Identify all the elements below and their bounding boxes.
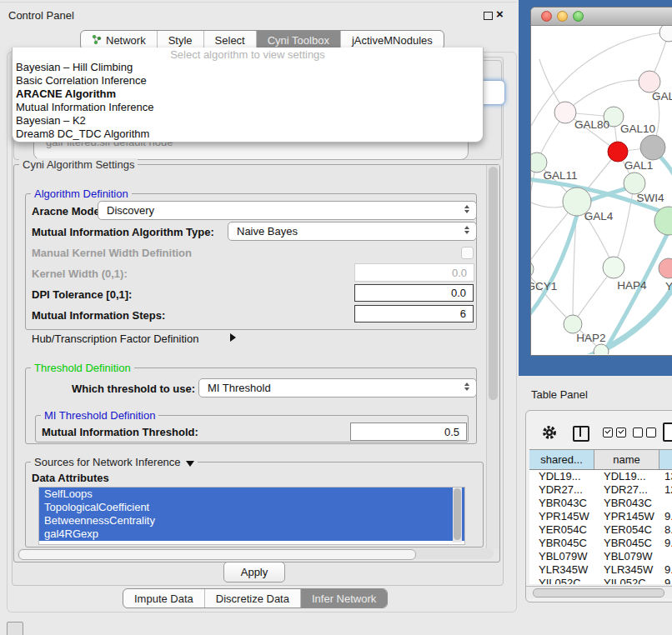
network-node-hap2[interactable] bbox=[564, 315, 582, 333]
table-cell: YIL052C bbox=[594, 577, 659, 584]
table-row[interactable]: YER054CYER054C8. bbox=[529, 523, 672, 537]
network-window: GAL7GAL80GAL10GAL1GAL11SWI4GAL4GCY1HAP4Y… bbox=[530, 7, 672, 356]
tab-discretize-data[interactable]: Discretize Data bbox=[204, 589, 300, 608]
table-cell: YLR345W bbox=[594, 563, 659, 577]
tab-label: Impute Data bbox=[134, 592, 193, 605]
mi-algorithm-type-value: Naive Bayes bbox=[237, 225, 298, 238]
node-label-y: Y bbox=[665, 280, 672, 292]
table-cell: 9. bbox=[659, 537, 672, 550]
show-checked-columns-icon[interactable] bbox=[603, 428, 626, 438]
algorithm-option-bayesian-k2[interactable]: Bayesian – K2 bbox=[13, 114, 483, 128]
kernel-width-value: 0.0 bbox=[452, 267, 467, 279]
collapse-arrow-icon[interactable] bbox=[186, 461, 194, 467]
tab-impute-data[interactable]: Impute Data bbox=[123, 589, 204, 608]
table-row[interactable]: YIL052CYIL052C9 bbox=[529, 577, 672, 584]
settings-vertical-scrollbar[interactable] bbox=[486, 165, 499, 549]
dock-panel-icon[interactable] bbox=[7, 622, 23, 635]
mi-steps-input[interactable]: 6 bbox=[354, 305, 474, 322]
algorithm-dropdown-popup: Select algorithm to view settings Bayesi… bbox=[12, 48, 484, 142]
table-cell: 12 bbox=[659, 483, 672, 497]
gear-icon[interactable] bbox=[541, 424, 558, 443]
network-canvas[interactable]: GAL7GAL80GAL10GAL1GAL11SWI4GAL4GCY1HAP4Y… bbox=[531, 26, 672, 354]
mi-threshold-label: Mutual Information Threshold: bbox=[42, 426, 198, 438]
data-attributes-label: Data Attributes bbox=[32, 472, 109, 484]
new-table-icon[interactable] bbox=[663, 422, 672, 442]
table-cell: YER054C bbox=[594, 523, 659, 537]
manual-kernel-width-checkbox[interactable] bbox=[461, 247, 474, 259]
settings-horizontal-scrollbar[interactable] bbox=[17, 548, 494, 559]
tab-network[interactable]: Network bbox=[81, 31, 157, 49]
node-label-gal10: GAL10 bbox=[620, 122, 655, 135]
tab-style[interactable]: Style bbox=[157, 31, 203, 49]
network-node-y[interactable] bbox=[659, 258, 672, 278]
mi-steps-label: Mutual Information Steps: bbox=[32, 309, 165, 322]
attribute-item-gal4rgexp[interactable]: gal4RGexp bbox=[39, 528, 464, 541]
table-row[interactable]: YBL079WYBL079W bbox=[529, 550, 672, 563]
algorithm-option-mutual-information-inference[interactable]: Mutual Information Inference bbox=[13, 101, 483, 114]
close-window-button[interactable] bbox=[541, 11, 552, 22]
table-row[interactable]: YBR045CYBR045C9. bbox=[529, 537, 672, 550]
zoom-window-button[interactable] bbox=[573, 11, 584, 22]
attribute-item-topologicalcoefficient[interactable]: TopologicalCoefficient bbox=[39, 501, 464, 514]
which-threshold-label: Which threshold to use: bbox=[72, 382, 195, 395]
table-row[interactable]: YLR345WYLR345W9. bbox=[529, 563, 672, 577]
attributes-scrollbar-thumb[interactable] bbox=[454, 488, 461, 540]
tab-label: jActiveMNodules bbox=[352, 34, 433, 47]
hide-columns-icon[interactable] bbox=[633, 428, 656, 438]
column-header-a[interactable]: A bbox=[659, 450, 672, 469]
attribute-item-selfloops[interactable]: SelfLoops bbox=[39, 488, 464, 501]
horizontal-scrollbar-thumb[interactable] bbox=[18, 549, 416, 560]
attribute-item-betweennesscentrality[interactable]: BetweennessCentrality bbox=[39, 514, 464, 528]
column-header-name[interactable]: name bbox=[594, 450, 659, 469]
tab-jactivemnodules[interactable]: jActiveMNodules bbox=[340, 31, 444, 49]
split-columns-icon[interactable] bbox=[573, 426, 589, 442]
table-row[interactable]: YDR27...YDR27...12 bbox=[529, 483, 672, 497]
tab-label: Discretize Data bbox=[216, 592, 289, 605]
table-row[interactable]: YDL19...YDL19...13 bbox=[529, 470, 672, 483]
attributes-scrollbar[interactable] bbox=[453, 488, 462, 542]
which-threshold-combo[interactable]: MI Threshold bbox=[198, 378, 477, 398]
mi-algorithm-type-combo[interactable]: Naive Bayes bbox=[228, 222, 477, 241]
algorithm-option-dream8-dc-tdc-algorithm[interactable]: Dream8 DC_TDC Algorithm bbox=[13, 128, 483, 141]
algorithm-option-bayesian-hill-climbing[interactable]: Bayesian – Hill Climbing bbox=[13, 61, 483, 74]
tab-cyni-toolbox[interactable]: Cyni Toolbox bbox=[256, 31, 340, 49]
hub-definition-expander[interactable]: Hub/Transcription Factor Definition bbox=[32, 332, 198, 345]
table-row[interactable]: YPR145WYPR145W9. bbox=[529, 510, 672, 523]
tab-infer-network[interactable]: Infer Network bbox=[300, 589, 387, 608]
settings-scrollbar-thumb[interactable] bbox=[489, 167, 498, 400]
tab-select[interactable]: Select bbox=[203, 31, 256, 49]
column-header-shared[interactable]: shared... bbox=[529, 450, 594, 469]
tab-label: Network bbox=[106, 34, 146, 47]
table-cell: YER054C bbox=[529, 523, 594, 537]
mi-threshold-input[interactable]: 0.5 bbox=[350, 422, 467, 441]
node-label-hap2: HAP2 bbox=[576, 332, 605, 344]
close-panel-icon[interactable]: × bbox=[496, 7, 504, 21]
table-scrollbar-thumb[interactable] bbox=[533, 588, 664, 598]
network-node-gal80[interactable] bbox=[554, 102, 576, 123]
table-horizontal-scrollbar[interactable] bbox=[526, 586, 672, 598]
network-node[interactable] bbox=[640, 135, 665, 160]
float-panel-icon[interactable] bbox=[484, 12, 493, 20]
manual-kernel-width-label: Manual Kernel Width Definition bbox=[32, 247, 192, 259]
algorithm-option-basic-correlation-inference[interactable]: Basic Correlation Inference bbox=[13, 74, 483, 88]
table-cell: YBR043C bbox=[594, 497, 659, 510]
apply-button[interactable]: Apply bbox=[223, 562, 285, 582]
table-panel-title: Table Panel bbox=[531, 388, 588, 401]
network-window-titlebar[interactable] bbox=[531, 8, 672, 26]
expander-arrow-icon[interactable] bbox=[230, 333, 236, 342]
network-node-gcy1[interactable] bbox=[531, 260, 534, 278]
aracne-mode-combo[interactable]: Discovery bbox=[98, 201, 477, 220]
table-cell: 9 bbox=[659, 577, 672, 584]
table-cell: YBL079W bbox=[594, 550, 659, 563]
node-label-gal80: GAL80 bbox=[574, 118, 609, 131]
apply-button-label: Apply bbox=[241, 566, 268, 578]
network-node-hap4[interactable] bbox=[603, 257, 624, 278]
kernel-width-input[interactable]: 0.0 bbox=[354, 263, 474, 282]
algorithm-option-aracne-algorithm[interactable]: ARACNE Algorithm bbox=[13, 88, 483, 101]
cyni-settings-legend: Cyni Algorithm Settings bbox=[19, 158, 138, 171]
table-row[interactable]: YBR043CYBR043C bbox=[529, 497, 672, 510]
dpi-tolerance-input[interactable]: 0.0 bbox=[354, 284, 474, 302]
network-node[interactable] bbox=[659, 26, 672, 42]
minimize-window-button[interactable] bbox=[557, 11, 568, 22]
tab-label: Style bbox=[168, 34, 193, 47]
